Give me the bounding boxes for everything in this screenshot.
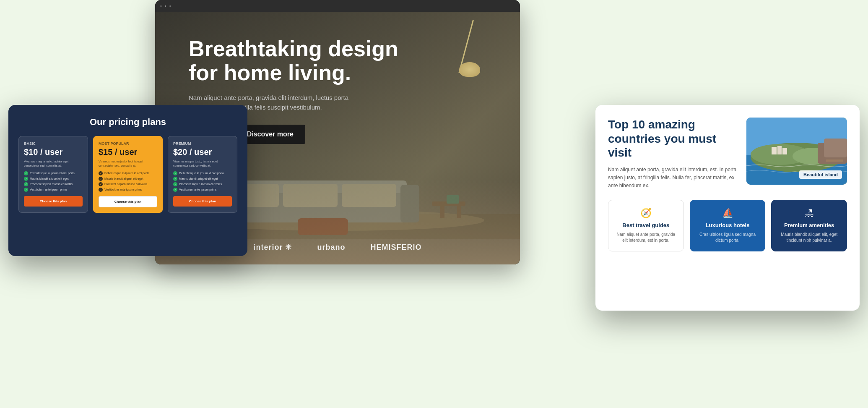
island-label: Beautiful island [799,170,842,179]
pricing-card-basic: Basic $10 / user Vivamus magna justo, la… [18,136,88,213]
travel-card-guides: 🧭 Best travel guides Nam aliquet ante po… [608,200,684,251]
feature-item: ✓Mauris blandit aliquet elit eget [173,177,232,181]
travel-card-hotels: ⛵ Luxurious hotels Cras ultrices ligula … [690,200,766,251]
check-icon: ✓ [24,171,28,175]
lamp-shade [459,62,480,77]
travel-desc: Nam aliquet ante porta, gravida elit int… [608,166,738,190]
svg-rect-23 [782,148,787,154]
check-icon: ✓ [173,177,177,181]
hero-title: Breathtaking design for home living. [189,37,398,85]
pricing-card-popular: Most popular $15 / user Vivamus magna ju… [93,136,163,213]
check-icon: ✓ [173,188,177,192]
pricing-features-basic: ✓Pellentesque in ipsum id orci porta ✓Ma… [24,171,83,192]
svg-rect-22 [777,146,782,154]
pricing-tier-basic: Basic [24,141,83,146]
travel-cards-row: 🧭 Best travel guides Nam aliquet ante po… [608,200,847,251]
svg-rect-7 [283,184,338,207]
pricing-card-premium: Premium $20 / user Vivamus magna justo, … [168,136,237,213]
check-icon: ✓ [173,171,177,175]
feature-item: ✓Pellentesque in ipsum id orci porta [24,171,83,175]
travel-window: Top 10 amazing countries you must visit … [595,105,860,311]
pricing-features-popular: ✓Pellentesque in ipsum id orci porta ✓Ma… [99,171,157,192]
check-icon: ✓ [99,182,103,186]
travel-card-hotels-desc: Cras ultrices ligula sed magna dictum po… [696,232,759,243]
compass-icon: 🧭 [614,208,678,219]
feature-item: ✓Vestibulum ante ipsum prims [24,188,83,192]
svg-rect-13 [298,218,348,235]
feature-item: ✓Praesent sapien massa convallis [24,182,83,186]
travel-card-guides-desc: Nam aliquet ante porta, gravida elit int… [614,232,678,243]
title-bar-dots: • • • [160,3,172,8]
feature-item: ✓Praesent sapien massa convallis [173,182,232,186]
brand-urbano: urbano [317,243,346,252]
check-icon: ✓ [24,188,28,192]
choose-plan-popular-button[interactable]: Choose this plan [99,196,157,207]
travel-content: Top 10 amazing countries you must visit … [608,118,847,190]
pricing-desc-premium: Vivamus magna justo, lacinia eget consec… [173,160,232,168]
check-icon: ✓ [99,188,103,192]
svg-rect-21 [772,147,777,154]
feature-item: ✓Mauris blandit aliquet elit eget [24,177,83,181]
pricing-desc-basic: Vivamus magna justo, lacinia eget consec… [24,160,83,168]
travel-text: Top 10 amazing countries you must visit … [608,118,738,190]
travel-card-guides-title: Best travel guides [614,222,678,228]
pricing-price-basic: $10 / user [24,147,83,157]
pricing-cards-container: Basic $10 / user Vivamus magna justo, la… [18,136,237,213]
travel-card-amenities-title: Premium amenities [777,222,841,228]
svg-rect-11 [457,206,461,218]
svg-rect-10 [440,206,444,218]
feature-item: ✓Pellentesque in ipsum id orci porta [173,171,232,175]
pricing-price-popular: $15 / user [99,147,157,157]
hero-title-bar: • • • [155,0,520,12]
travel-image-background: Beautiful island [746,118,847,185]
pricing-tier-popular: Most popular [99,141,157,146]
check-icon: ✓ [24,177,28,181]
amenities-icon: 🏖 [777,208,841,219]
brand-hemisferio: HEMISFERIO [371,243,422,252]
svg-rect-20 [824,139,847,157]
pricing-desc-popular: Vivamus magna justo, lacinia eget consec… [99,160,157,168]
brand-interior: interior ✳ [253,243,292,252]
check-icon: ✓ [99,177,103,181]
check-icon: ✓ [99,171,103,175]
choose-plan-premium-button[interactable]: Choose this plan [173,196,232,207]
windmill-icon: ⛵ [696,208,759,219]
travel-heading: Top 10 amazing countries you must visit [608,118,738,160]
pricing-price-premium: $20 / user [173,147,232,157]
travel-card-hotels-title: Luxurious hotels [696,222,759,228]
svg-rect-24 [826,160,843,162]
travel-card-amenities: 🏖 Premium amenities Mauris blandit aliqu… [771,200,847,251]
pricing-window: Our pricing plans Basic $10 / user Vivam… [8,105,247,256]
travel-image: Beautiful island [746,118,847,185]
pricing-features-premium: ✓Pellentesque in ipsum id orci porta ✓Ma… [173,171,232,192]
travel-card-amenities-desc: Mauris blandit aliquet elit, eget tincid… [777,232,841,243]
svg-rect-12 [447,195,459,204]
feature-item: ✓Pellentesque in ipsum id orci porta [99,171,157,175]
feature-item: ✓Mauris blandit aliquet elit eget [99,177,157,181]
feature-item: ✓Vestibulum ante ipsum prims [99,188,157,192]
feature-item: ✓Praesent sapien massa convallis [99,182,157,186]
hero-lamp-decoration [436,20,486,104]
feature-item: ✓Vestibulum ante ipsum prims [173,188,232,192]
pricing-tier-premium: Premium [173,141,232,146]
pricing-title: Our pricing plans [18,117,237,128]
choose-plan-basic-button[interactable]: Choose this plan [24,196,83,207]
check-icon: ✓ [173,182,177,186]
svg-rect-8 [342,184,396,207]
check-icon: ✓ [24,182,28,186]
svg-rect-5 [400,185,419,222]
